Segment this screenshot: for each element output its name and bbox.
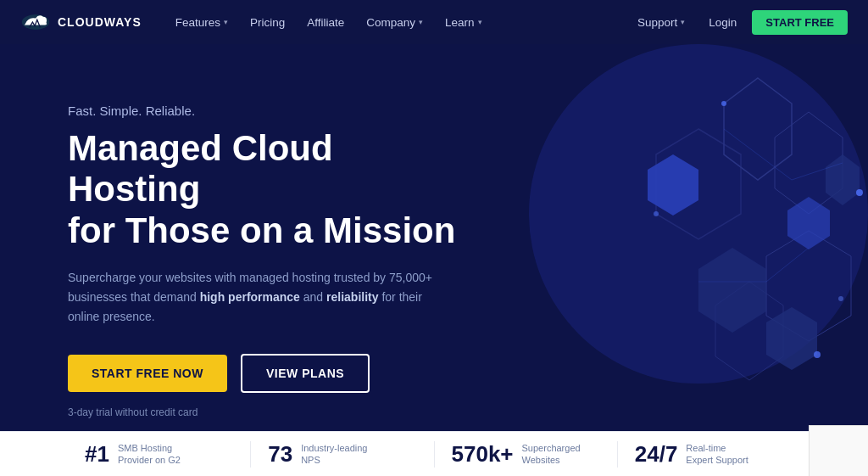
hero-buttons: START FREE NOW VIEW PLANS bbox=[68, 354, 475, 393]
chevron-down-icon: ▾ bbox=[681, 18, 685, 26]
hero-section: Fast. Simple. Reliable. Managed Cloud Ho… bbox=[0, 44, 868, 431]
stat-number-rank: #1 bbox=[85, 441, 109, 468]
hero-description: Supercharge your websites with managed h… bbox=[68, 268, 449, 327]
svg-point-20 bbox=[838, 296, 843, 301]
stat-label-nps: Industry-leadingNPS bbox=[301, 442, 367, 467]
logo-icon bbox=[20, 10, 51, 34]
chevron-down-icon: ▾ bbox=[419, 18, 423, 26]
nav-item-learn[interactable]: Learn ▾ bbox=[435, 11, 492, 34]
chevron-down-icon: ▾ bbox=[224, 18, 228, 26]
nav-item-affiliate[interactable]: Affiliate bbox=[297, 11, 354, 34]
logo-text: CLOUDWAYS bbox=[58, 15, 142, 29]
stat-item-nps: 73 Industry-leadingNPS bbox=[251, 441, 434, 468]
login-button[interactable]: Login bbox=[698, 11, 747, 34]
stat-number-nps: 73 bbox=[268, 441, 292, 468]
stat-item-support: 24/7 Real-timeExpert Support bbox=[618, 441, 800, 468]
stat-number-support: 24/7 bbox=[635, 441, 678, 468]
stats-bar: #1 SMB HostingProvider on G2 73 Industry… bbox=[0, 431, 868, 476]
hero-subtitle: Fast. Simple. Reliable. bbox=[68, 104, 475, 118]
view-plans-button[interactable]: VIEW PLANS bbox=[241, 354, 370, 393]
svg-point-19 bbox=[814, 351, 821, 358]
hero-decoration bbox=[427, 44, 868, 431]
stat-label-rank: SMB HostingProvider on G2 bbox=[118, 442, 181, 467]
support-button[interactable]: Support ▾ bbox=[629, 11, 693, 34]
logo[interactable]: CLOUDWAYS bbox=[20, 10, 142, 34]
svg-point-16 bbox=[721, 101, 726, 106]
hero-title: Managed Cloud Hostingfor Those on a Miss… bbox=[68, 128, 475, 251]
stat-label-support: Real-timeExpert Support bbox=[686, 442, 748, 467]
nav-item-features[interactable]: Features ▾ bbox=[165, 11, 238, 34]
stat-item-websites: 570k+ SuperchargedWebsites bbox=[435, 441, 618, 468]
hero-content: Fast. Simple. Reliable. Managed Cloud Ho… bbox=[0, 44, 475, 418]
navbar: CLOUDWAYS Features ▾ Pricing Affiliate C… bbox=[0, 0, 868, 44]
svg-point-17 bbox=[856, 189, 863, 196]
nav-right: Support ▾ Login START FREE bbox=[629, 10, 848, 35]
chevron-down-icon: ▾ bbox=[478, 18, 482, 26]
nav-item-company[interactable]: Company ▾ bbox=[356, 11, 433, 34]
stat-label-websites: SuperchargedWebsites bbox=[522, 442, 581, 467]
nav-item-pricing[interactable]: Pricing bbox=[240, 11, 295, 34]
stat-number-websites: 570k+ bbox=[452, 441, 514, 468]
nav-links: Features ▾ Pricing Affiliate Company ▾ L… bbox=[165, 11, 629, 34]
trial-note: 3-day trial without credit card bbox=[68, 406, 475, 418]
recaptcha-badge bbox=[809, 425, 868, 476]
start-free-nav-button[interactable]: START FREE bbox=[752, 10, 848, 35]
stat-item-rank: #1 SMB HostingProvider on G2 bbox=[68, 441, 251, 468]
svg-point-18 bbox=[654, 211, 659, 216]
start-free-now-button[interactable]: START FREE NOW bbox=[68, 355, 227, 392]
